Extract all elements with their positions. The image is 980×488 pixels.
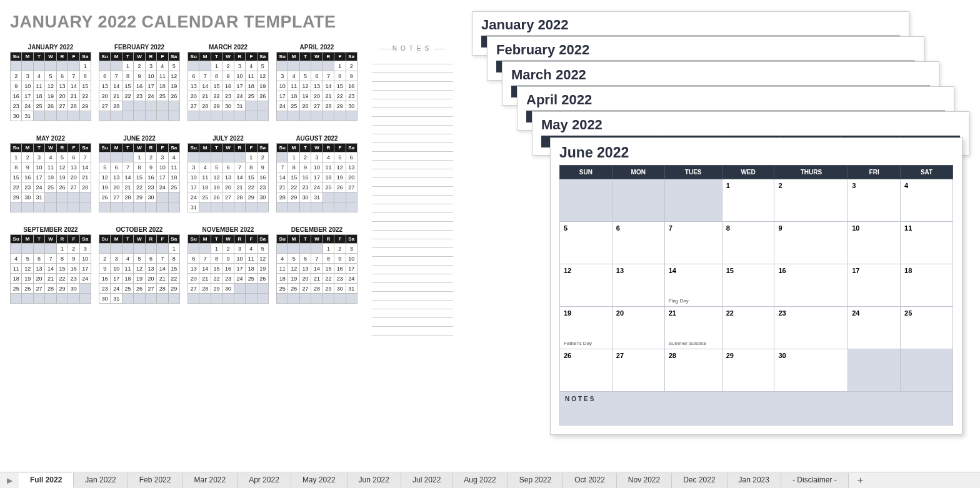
june-day-cell[interactable]: 23 xyxy=(774,307,848,349)
june-day-cell[interactable]: 10 xyxy=(848,222,901,264)
mini-month: APRIL 2022SuMTWRFSa123456789101112131415… xyxy=(276,44,358,121)
june-day-cell[interactable]: 11 xyxy=(901,222,953,264)
note-line[interactable] xyxy=(372,187,453,196)
note-line[interactable] xyxy=(372,283,453,292)
june-day-cell[interactable]: 12 xyxy=(560,264,612,307)
note-line[interactable] xyxy=(372,99,453,108)
note-line[interactable] xyxy=(372,73,453,82)
note-line[interactable] xyxy=(372,266,453,274)
sheet-tab-strip: ▶ Full 2022Jan 2022Feb 2022Mar 2022Apr 2… xyxy=(0,472,980,488)
note-line[interactable] xyxy=(372,117,453,126)
note-line[interactable] xyxy=(372,82,453,91)
sheet-tab[interactable]: Apr 2022 xyxy=(238,473,291,488)
note-line[interactable] xyxy=(372,143,453,152)
june-day-cell[interactable] xyxy=(612,179,664,222)
june-day-cell[interactable]: 19Father's Day xyxy=(560,307,612,349)
june-day-cell[interactable] xyxy=(848,349,901,392)
sheet-tab[interactable]: Mar 2022 xyxy=(182,473,238,488)
note-line[interactable] xyxy=(372,64,453,73)
mini-month-title: MARCH 2022 xyxy=(188,44,269,51)
june-day-cell[interactable]: 28 xyxy=(664,349,722,392)
june-day-cell[interactable]: 9 xyxy=(774,222,848,264)
june-day-cell[interactable]: 7 xyxy=(664,222,722,264)
june-day-cell[interactable]: 29 xyxy=(722,349,774,392)
note-line[interactable] xyxy=(372,161,453,169)
june-day-header: FRI xyxy=(848,166,901,179)
month-card-title: February 2022 xyxy=(496,42,915,58)
june-day-cell[interactable]: 16 xyxy=(774,264,848,307)
month-card-title: January 2022 xyxy=(481,17,900,33)
note-line[interactable] xyxy=(372,257,453,266)
note-line[interactable] xyxy=(372,56,453,64)
note-line[interactable] xyxy=(372,309,453,318)
note-line[interactable] xyxy=(372,178,453,187)
sheet-tab[interactable]: Nov 2022 xyxy=(617,473,672,488)
june-day-cell[interactable]: 26 xyxy=(560,349,612,392)
sheet-tab[interactable]: Jul 2022 xyxy=(401,473,452,488)
june-day-cell[interactable]: 21Summer Solstice xyxy=(664,307,722,349)
note-line[interactable] xyxy=(372,222,453,231)
note-line[interactable] xyxy=(372,292,453,301)
note-line[interactable] xyxy=(372,327,453,336)
note-line[interactable] xyxy=(372,91,453,99)
june-day-cell[interactable]: 15 xyxy=(722,264,774,307)
note-line[interactable] xyxy=(372,152,453,161)
note-line[interactable] xyxy=(372,213,453,222)
note-line[interactable] xyxy=(372,134,453,143)
sheet-tab[interactable]: Oct 2022 xyxy=(563,473,617,488)
sheet-tab[interactable]: - Disclaimer - xyxy=(781,473,849,488)
june-day-cell[interactable]: 18 xyxy=(901,264,953,307)
june-day-cell[interactable]: 17 xyxy=(848,264,901,307)
june-day-header: THURS xyxy=(774,166,848,179)
june-day-cell[interactable]: 8 xyxy=(722,222,774,264)
june-day-cell[interactable]: 24 xyxy=(848,307,901,349)
note-line[interactable] xyxy=(372,274,453,283)
note-line[interactable] xyxy=(372,239,453,248)
mini-month-title: FEBRUARY 2022 xyxy=(99,44,180,51)
sheet-tab[interactable]: Dec 2022 xyxy=(672,473,727,488)
note-line[interactable] xyxy=(372,126,453,134)
june-day-cell[interactable]: 4 xyxy=(901,179,953,222)
sheet-tab[interactable]: Aug 2022 xyxy=(452,473,508,488)
add-sheet-button[interactable]: + xyxy=(849,475,872,486)
june-day-header: MON xyxy=(612,166,664,179)
sheet-tab[interactable]: Jun 2022 xyxy=(348,473,401,488)
june-day-cell[interactable]: 13 xyxy=(612,264,664,307)
sheet-tab[interactable]: May 2022 xyxy=(291,473,348,488)
june-day-cell[interactable]: 1 xyxy=(722,179,774,222)
june-day-cell[interactable]: 3 xyxy=(848,179,901,222)
tab-scroll-button[interactable]: ▶ xyxy=(0,476,19,485)
note-line[interactable] xyxy=(372,318,453,327)
june-day-cell[interactable]: 14Flag Day xyxy=(664,264,722,307)
notes-panel: NOTES xyxy=(372,45,453,336)
note-line[interactable] xyxy=(372,196,453,204)
june-day-cell[interactable] xyxy=(664,179,722,222)
sheet-tab[interactable]: Jan 2023 xyxy=(728,473,781,488)
june-notes[interactable]: NOTES xyxy=(559,392,953,426)
sheet-tab[interactable]: Sep 2022 xyxy=(508,473,563,488)
june-day-cell[interactable]: 22 xyxy=(722,307,774,349)
note-line[interactable] xyxy=(372,248,453,257)
june-day-cell[interactable]: 25 xyxy=(901,307,953,349)
note-line[interactable] xyxy=(372,231,453,239)
june-day-cell[interactable]: 5 xyxy=(560,222,612,264)
june-day-cell[interactable]: 2 xyxy=(774,179,848,222)
mini-month-title: OCTOBER 2022 xyxy=(99,226,180,233)
sheet-tab[interactable]: Jan 2022 xyxy=(74,473,128,488)
june-day-cell[interactable]: 20 xyxy=(612,307,664,349)
note-line[interactable] xyxy=(372,108,453,117)
june-day-cell[interactable]: 27 xyxy=(612,349,664,392)
sheet-tab[interactable]: Feb 2022 xyxy=(128,473,183,488)
note-line[interactable] xyxy=(372,301,453,309)
june-day-cell[interactable] xyxy=(901,349,953,392)
june-day-cell[interactable]: 30 xyxy=(774,349,848,392)
mini-month-title: JUNE 2022 xyxy=(99,135,180,142)
june-day-cell[interactable] xyxy=(560,179,612,222)
june-event: Summer Solstice xyxy=(669,341,706,346)
note-line[interactable] xyxy=(372,204,453,213)
june-day-cell[interactable]: 6 xyxy=(612,222,664,264)
sheet-tab[interactable]: Full 2022 xyxy=(19,473,74,488)
june-grid: SUNMONTUESWEDTHURSFRISAT 123456789101112… xyxy=(559,165,953,392)
note-line[interactable] xyxy=(372,169,453,178)
mini-month: JULY 2022SuMTWRFSa1234567891011121314151… xyxy=(188,135,269,212)
